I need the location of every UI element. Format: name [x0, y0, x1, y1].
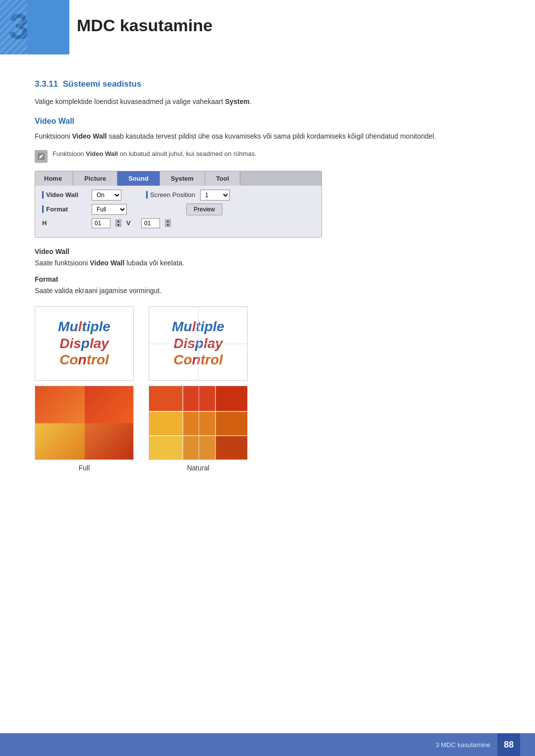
note-icon: [35, 150, 48, 163]
photo-natural: [149, 386, 248, 460]
tab-tool[interactable]: Tool: [205, 171, 240, 186]
format-group-full-photo: Full: [35, 386, 134, 472]
mdc-logo-full: Multiple Display Control: [35, 306, 134, 381]
preview-button[interactable]: Preview: [186, 203, 222, 215]
footer: 3 MDC kasutamine 88: [0, 733, 535, 756]
format-group-full-logo: Multiple Display Control: [35, 306, 134, 381]
main-content: 3.3.11 Süsteemi seadistus Valige komplek…: [0, 64, 535, 516]
ui-panel: Home Picture Sound System Tool Video Wal…: [35, 171, 322, 238]
format-images: Multiple Display Control Multiple Displa…: [35, 306, 500, 381]
panel-row-hv: H ▲ ▼ V ▲ ▼: [42, 218, 315, 228]
tab-picture[interactable]: Picture: [73, 171, 117, 186]
tab-sound[interactable]: Sound: [117, 171, 160, 186]
photo-natural-image: [149, 386, 248, 460]
tab-system[interactable]: System: [160, 171, 205, 186]
label-video-wall: Video Wall: [35, 248, 500, 255]
panel-label-h: H: [42, 219, 87, 227]
section-intro: Valige komplektide loendist kuvaseadmed …: [35, 96, 500, 107]
nav-tabs: Home Picture Sound System Tool: [35, 171, 321, 186]
header-decoration: [0, 0, 27, 54]
section-heading: 3.3.11 Süsteemi seadistus: [35, 79, 500, 89]
chapter-title: MDC kasutamine: [77, 16, 213, 35]
video-wall-description: Funktsiooni Video Wall saab kasutada ter…: [35, 131, 500, 142]
video-wall-heading: Video Wall: [35, 117, 500, 126]
panel-input-v[interactable]: [141, 218, 160, 228]
panel-row-videowall: Video Wall On Off Screen Position 1 2: [42, 190, 315, 201]
caption-full: Full: [79, 464, 90, 472]
panel-select-on[interactable]: On Off: [92, 190, 121, 201]
screen-position-label: Screen Position: [146, 191, 195, 199]
footer-page: 88: [497, 733, 520, 756]
note-text: Funktsioon Video Wall on lubatud ainult …: [53, 149, 257, 159]
panel-select-position[interactable]: 1 2: [200, 190, 230, 201]
panel-input-h[interactable]: [92, 218, 110, 228]
pencil-icon: [37, 152, 46, 161]
panel-select-full[interactable]: Full Natural: [92, 204, 127, 215]
photo-full: [35, 386, 134, 460]
mdc-logo-text: Multiple Display Control: [58, 318, 110, 368]
spinner-h[interactable]: ▲ ▼: [115, 219, 121, 227]
label-format: Format: [35, 275, 500, 283]
note-box: Funktsioon Video Wall on lubatud ainult …: [35, 149, 500, 163]
format-photo-images: Full: [35, 386, 500, 472]
text-format: Saate valida ekraani jagamise vormingut.: [35, 285, 500, 296]
natural-grid: [149, 386, 248, 460]
format-group-natural-logo: Multiple Display Control: [149, 306, 248, 381]
spinner-v[interactable]: ▲ ▼: [165, 219, 171, 227]
panel-label-videowall: Video Wall: [42, 191, 87, 199]
caption-natural: Natural: [187, 464, 209, 472]
panel-label-format: Format: [42, 205, 87, 213]
mdc-logo-natural: Multiple Display Control: [149, 306, 248, 381]
tab-home[interactable]: Home: [35, 171, 73, 186]
format-group-natural-photo: Natural: [149, 386, 248, 472]
panel-row-format: Format Full Natural Preview: [42, 203, 315, 215]
footer-text: 3 MDC kasutamine: [435, 741, 490, 749]
text-video-wall: Saate funktsiooni Video Wall lubada või …: [35, 257, 500, 268]
panel-label-v: V: [126, 219, 136, 227]
panel-body: Video Wall On Off Screen Position 1 2 Fo…: [35, 186, 321, 237]
photo-full-image: [35, 386, 134, 460]
